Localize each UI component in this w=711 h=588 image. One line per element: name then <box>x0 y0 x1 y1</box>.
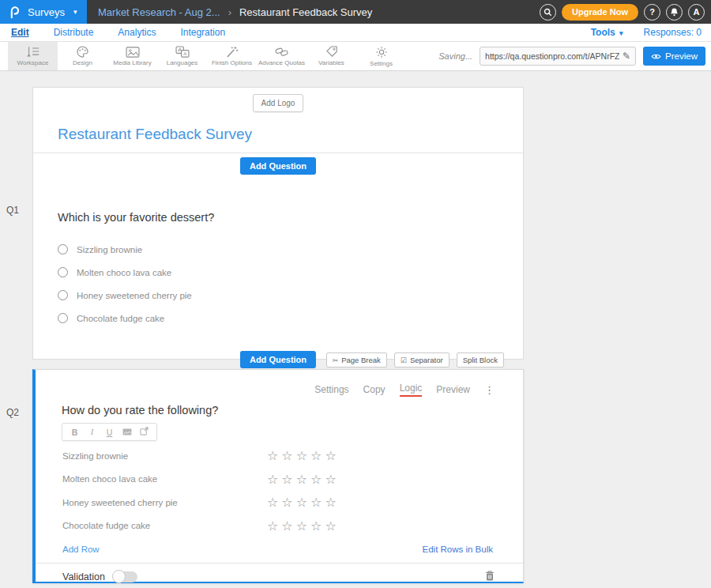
chevron-right-icon: › <box>228 6 231 18</box>
notifications-button[interactable] <box>666 4 683 21</box>
q1-option-row: Molten choco lava cake <box>58 261 523 284</box>
option-label[interactable]: Molten choco lava cake <box>77 268 171 277</box>
validation-row: Validation <box>36 564 523 588</box>
survey-url-input[interactable] <box>485 51 619 61</box>
separator-button[interactable]: ☑ Separator <box>394 352 450 368</box>
toolbar-item-settings[interactable]: Settings <box>356 42 406 70</box>
add-logo-button[interactable]: Add Logo <box>253 94 304 112</box>
validation-label: Validation <box>62 571 105 582</box>
q2-copy-action[interactable]: Copy <box>363 384 386 395</box>
radio-icon[interactable] <box>58 267 68 277</box>
matrix-row: Chocolate fudge cake ☆☆☆☆☆ <box>36 514 523 538</box>
survey-block-1: Add Logo Restaurant Feedback Survey Add … <box>32 87 524 360</box>
insert-image-button[interactable] <box>122 428 131 437</box>
tab-integration[interactable]: Integration <box>180 27 225 38</box>
option-label[interactable]: Sizzling brownie <box>77 245 142 254</box>
q2-settings-action[interactable]: Settings <box>314 384 348 395</box>
star-rating-icons[interactable]: ☆☆☆☆☆ <box>267 472 340 487</box>
page-break-icon: ✂ <box>333 356 339 364</box>
matrix-row: Molten choco lava cake ☆☆☆☆☆ <box>36 468 523 492</box>
account-avatar[interactable]: A <box>688 4 705 21</box>
radio-icon[interactable] <box>58 244 68 254</box>
top-navbar: Surveys ▾ Market Research - Aug 2... › R… <box>0 0 711 24</box>
q1-option-row: Chocolate fudge cake <box>58 307 523 330</box>
row-links: Add Row Edit Rows in Bulk <box>36 537 523 554</box>
star-rating-icons[interactable]: ☆☆☆☆☆ <box>267 448 340 463</box>
avatar-letter: A <box>694 7 700 17</box>
option-label[interactable]: Honey sweetened cherry pie <box>77 291 192 300</box>
separator-icon: ☑ <box>401 356 407 364</box>
tag-icon <box>325 46 338 58</box>
star-rating-icons[interactable]: ☆☆☆☆☆ <box>267 495 340 510</box>
toolbar-item-media-library[interactable]: Media Library <box>107 42 157 70</box>
validation-toggle[interactable] <box>113 571 137 582</box>
q1-question-text[interactable]: Which is your favorite dessert? <box>58 211 523 224</box>
more-options-icon[interactable]: ⋮ <box>484 384 495 396</box>
matrix-row-label[interactable]: Molten choco lava cake <box>62 474 267 484</box>
q2-preview-action[interactable]: Preview <box>436 384 470 395</box>
external-link-icon <box>140 427 149 435</box>
rating-matrix: Sizzling brownie ☆☆☆☆☆ Molten choco lava… <box>36 444 523 537</box>
toolbar-item-label: Languages <box>167 59 198 66</box>
add-row-link[interactable]: Add Row <box>62 545 100 554</box>
tab-analytics[interactable]: Analytics <box>118 27 156 38</box>
breadcrumb-parent[interactable]: Market Research - Aug 2... <box>98 6 220 18</box>
q2-logic-action[interactable]: Logic <box>400 383 423 397</box>
radio-icon[interactable] <box>58 313 68 323</box>
toolbar-item-label: Settings <box>370 60 393 67</box>
eye-icon <box>651 53 661 60</box>
q2-question-text[interactable]: How do you rate the following? <box>62 404 523 416</box>
question-mark-icon: ? <box>649 7 655 17</box>
surveys-menu[interactable]: Surveys ▾ <box>0 0 87 24</box>
editor-toolbar: Workspace Design Media Library A Languag… <box>0 42 711 71</box>
toolbar-item-design[interactable]: Design <box>58 42 107 70</box>
edit-rows-in-bulk-link[interactable]: Edit Rows in Bulk <box>423 545 493 554</box>
preview-button[interactable]: Preview <box>643 47 705 66</box>
add-question-button-bottom[interactable]: Add Question <box>240 351 316 368</box>
saving-status: Saving... <box>438 51 472 61</box>
palette-icon <box>76 46 89 58</box>
page-break-button[interactable]: ✂ Page Break <box>326 352 387 368</box>
add-question-button-top[interactable]: Add Question <box>240 157 316 175</box>
survey-title[interactable]: Restaurant Feedback Survey <box>58 126 523 143</box>
bold-button[interactable]: B <box>70 428 79 437</box>
split-block-button[interactable]: Split Block <box>457 352 504 368</box>
survey-url-box: ✎ <box>480 47 636 66</box>
edit-url-pencil-icon[interactable]: ✎ <box>623 51 630 62</box>
radio-icon[interactable] <box>58 290 68 300</box>
breadcrumb: Market Research - Aug 2... › Restaurant … <box>87 6 372 18</box>
toolbar-item-workspace[interactable]: Workspace <box>8 42 58 70</box>
matrix-row-label[interactable]: Chocolate fudge cake <box>62 521 267 530</box>
underline-button[interactable]: U <box>105 428 114 437</box>
bell-icon <box>670 7 679 17</box>
caret-down-icon: ▾ <box>619 29 623 37</box>
q1-options: Sizzling brownie Molten choco lava cake … <box>58 238 523 330</box>
toolbar-item-languages[interactable]: A Languages <box>157 42 207 70</box>
option-label[interactable]: Chocolate fudge cake <box>77 314 164 323</box>
image-icon <box>126 47 140 58</box>
delete-question-button[interactable] <box>485 570 495 584</box>
toolbar-item-advance-quotas[interactable]: Advance Quotas <box>257 42 307 70</box>
gear-icon <box>375 46 388 58</box>
q2-action-bar: Settings Copy Logic Preview ⋮ <box>36 370 523 397</box>
insert-link-button[interactable] <box>140 427 149 437</box>
upgrade-now-button[interactable]: Upgrade Now <box>562 4 638 21</box>
tab-edit[interactable]: Edit <box>11 27 29 38</box>
surveys-menu-label: Surveys <box>28 6 65 18</box>
star-rating-icons[interactable]: ☆☆☆☆☆ <box>267 518 340 533</box>
image-icon <box>122 428 132 435</box>
toolbar-item-label: Advance Quotas <box>258 59 305 66</box>
italic-button[interactable]: I <box>88 428 96 436</box>
toolbar-item-finish-options[interactable]: Finish Options <box>207 42 257 70</box>
toolbar-item-variables[interactable]: Variables <box>307 42 356 70</box>
matrix-row-label[interactable]: Honey sweetened cherry pie <box>62 498 267 507</box>
magic-wand-icon <box>226 46 239 58</box>
toolbar-item-label: Media Library <box>113 59 151 66</box>
responses-count[interactable]: Responses: 0 <box>644 27 702 38</box>
matrix-row: Honey sweetened cherry pie ☆☆☆☆☆ <box>36 491 523 514</box>
matrix-row-label[interactable]: Sizzling brownie <box>62 451 267 461</box>
tab-distribute[interactable]: Distribute <box>54 27 94 38</box>
tools-menu[interactable]: Tools ▾ <box>591 27 623 38</box>
help-button[interactable]: ? <box>644 4 660 21</box>
search-button[interactable] <box>540 4 556 21</box>
